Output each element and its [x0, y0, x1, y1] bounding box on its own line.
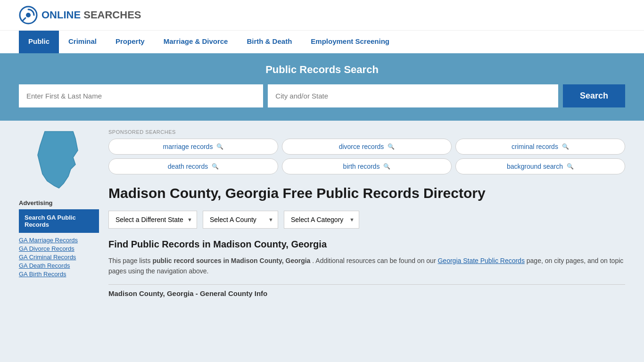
header: ONLINE SEARCHES: [0, 0, 644, 30]
svg-line-2: [23, 18, 25, 20]
category-dropdown-wrap: Select A Category: [284, 211, 359, 229]
nav-item-employment[interactable]: Employment Screening: [301, 31, 399, 53]
sponsored-item-criminal[interactable]: criminal records 🔍: [455, 139, 625, 155]
state-dropdown[interactable]: Select a Different State: [108, 211, 197, 229]
sidebar: Advertising Search GA Public Records GA …: [19, 129, 99, 297]
nav-item-property[interactable]: Property: [106, 31, 154, 53]
logo-searches-text: SEARCHES: [83, 9, 141, 21]
page-title: Madison County, Georgia Free Public Reco…: [108, 184, 625, 202]
search-icon-divorce: 🔍: [388, 143, 395, 150]
find-text-1: This page lists: [108, 257, 152, 264]
search-icon-marriage: 🔍: [216, 143, 223, 150]
nav-item-criminal[interactable]: Criminal: [59, 31, 106, 53]
state-dropdown-wrap: Select a Different State: [108, 211, 197, 229]
sponsored-item-birth[interactable]: birth records 🔍: [282, 158, 452, 174]
advertising-links: GA Marriage Records GA Divorce Records G…: [19, 237, 99, 278]
dropdowns-row: Select a Different State Select A County…: [108, 211, 625, 229]
search-icon-criminal: 🔍: [562, 143, 569, 150]
sponsored-section: SPONSORED SEARCHES marriage records 🔍 di…: [108, 129, 625, 174]
sponsored-item-death[interactable]: death records 🔍: [108, 158, 278, 174]
adv-link-marriage[interactable]: GA Marriage Records: [19, 237, 99, 244]
sponsored-item-background[interactable]: background search 🔍: [455, 158, 625, 174]
adv-link-death[interactable]: GA Death Records: [19, 262, 99, 269]
county-dropdown-wrap: Select A County: [203, 211, 278, 229]
find-text-bold: public record sources in Madison County,…: [152, 257, 310, 264]
search-row: Search: [19, 84, 625, 107]
svg-point-1: [26, 13, 31, 17]
find-title: Find Public Records in Madison County, G…: [108, 239, 625, 250]
nav-item-birth-death[interactable]: Birth & Death: [237, 31, 301, 53]
sponsored-item-divorce[interactable]: divorce records 🔍: [282, 139, 452, 155]
state-map: [19, 129, 99, 192]
sponsored-label: SPONSORED SEARCHES: [108, 129, 625, 135]
search-band: Public Records Search Search: [0, 53, 644, 121]
page-content: SPONSORED SEARCHES marriage records 🔍 di…: [108, 129, 625, 297]
category-dropdown[interactable]: Select A Category: [284, 211, 359, 229]
svg-marker-3: [38, 132, 78, 188]
search-icon-death: 🔍: [212, 163, 219, 170]
georgia-map-icon: [33, 129, 85, 190]
main-content: Advertising Search GA Public Records GA …: [0, 121, 644, 306]
adv-link-criminal[interactable]: GA Criminal Records: [19, 254, 99, 261]
search-band-title: Public Records Search: [19, 64, 625, 76]
adv-link-birth[interactable]: GA Birth Records: [19, 271, 99, 278]
advertising-label: Advertising: [19, 199, 99, 206]
sponsored-grid: marriage records 🔍 divorce records 🔍 cri…: [108, 139, 625, 174]
search-button[interactable]: Search: [563, 84, 625, 107]
find-text-2: . Additional resources can be found on o…: [312, 257, 438, 264]
name-input[interactable]: [19, 84, 263, 107]
city-input[interactable]: [268, 84, 558, 107]
sponsored-item-marriage[interactable]: marriage records 🔍: [108, 139, 278, 155]
main-nav: Public Criminal Property Marriage & Divo…: [0, 30, 644, 53]
county-info-header: Madison County, Georgia - General County…: [108, 284, 625, 297]
find-description: This page lists public record sources in…: [108, 255, 625, 277]
logo-online-text: ONLINE: [41, 9, 81, 21]
search-icon-birth: 🔍: [383, 163, 390, 170]
nav-item-marriage-divorce[interactable]: Marriage & Divorce: [154, 31, 238, 53]
logo-icon: [19, 6, 38, 25]
georgia-state-link[interactable]: Georgia State Public Records: [438, 257, 524, 264]
adv-link-divorce[interactable]: GA Divorce Records: [19, 245, 99, 252]
advertising-banner[interactable]: Search GA Public Records: [19, 209, 99, 233]
logo[interactable]: ONLINE SEARCHES: [19, 6, 141, 25]
nav-item-public[interactable]: Public: [19, 31, 59, 53]
county-dropdown[interactable]: Select A County: [203, 211, 278, 229]
search-icon-background: 🔍: [567, 163, 574, 170]
